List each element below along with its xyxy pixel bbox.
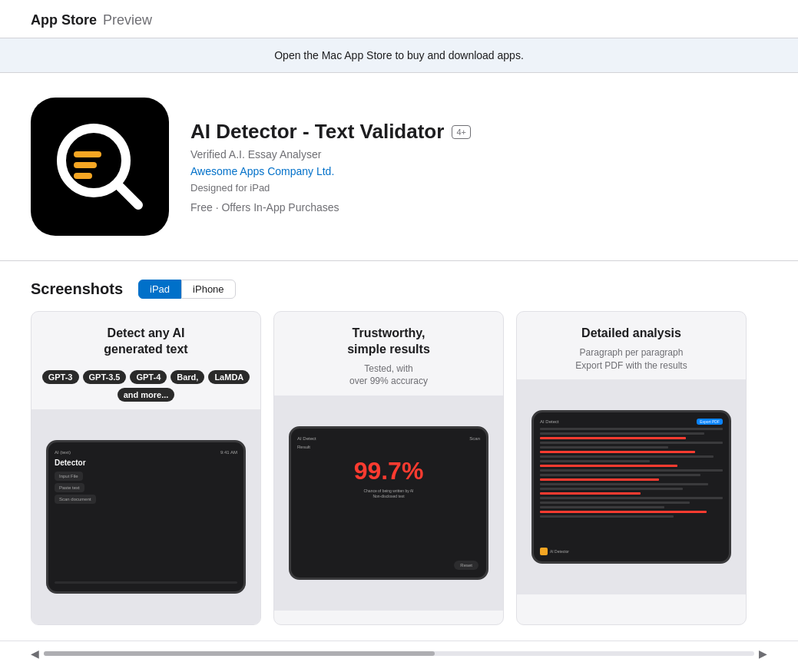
tag-gpt3: GPT-3: [42, 370, 79, 384]
screenshot-2-header: Trustworthy,simple results Tested, witho…: [274, 312, 503, 396]
app-developer-link[interactable]: Awesome Apps Company Ltd.: [190, 165, 471, 177]
screenshot-2-device: AI Detect Scan Result 99.7% Chance of be…: [274, 396, 503, 611]
screenshot-1-device: AI (text) 9:41 AM Detector Input File Pa…: [31, 409, 260, 624]
screenshot-1-title: Detect any AIgenerated text: [44, 326, 248, 358]
tag-gpt35: GPT-3.5: [83, 370, 127, 384]
app-price: Free · Offers In-App Purchases: [190, 201, 471, 214]
screenshot-3-sub: Paragraph per paragraphExport PDF with t…: [529, 346, 733, 372]
screenshot-card-1: Detect any AIgenerated text GPT-3 GPT-3.…: [31, 311, 261, 625]
tag-lamda: LaMDA: [208, 370, 250, 384]
svg-line-4: [118, 185, 138, 205]
mac-app-store-banner: Open the Mac App Store to buy and downlo…: [0, 38, 798, 73]
screenshot-1-header: Detect any AIgenerated text: [31, 312, 260, 370]
app-title-row: AI Detector - Text Validator 4+: [190, 120, 471, 144]
screenshot-1-tags: GPT-3 GPT-3.5 GPT-4 Bard, LaMDA and more…: [31, 370, 260, 409]
scrollbar-thumb: [44, 651, 435, 656]
screenshots-section: Screenshots iPad iPhone Detect any AIgen…: [0, 261, 798, 637]
scrollbar-track[interactable]: [44, 651, 754, 656]
app-title: AI Detector - Text Validator: [190, 120, 444, 144]
app-store-header: App Store Preview: [0, 0, 798, 38]
app-details: AI Detector - Text Validator 4+ Verified…: [190, 98, 471, 236]
app-subtitle: Verified A.I. Essay Analyser: [190, 148, 471, 161]
screenshot-2-title: Trustworthy,simple results: [286, 326, 491, 358]
device-tab-group: iPad iPhone: [138, 280, 236, 299]
screenshots-title: Screenshots: [31, 280, 123, 298]
tag-more: and more...: [118, 388, 175, 402]
screenshots-grid: Detect any AIgenerated text GPT-3 GPT-3.…: [31, 311, 767, 637]
tab-iphone[interactable]: iPhone: [181, 280, 235, 299]
screenshot-3-title: Detailed analysis: [529, 326, 733, 342]
svg-rect-3: [74, 173, 92, 179]
screenshot-3-header: Detailed analysis Paragraph per paragrap…: [517, 312, 746, 379]
screenshot-card-2: Trustworthy,simple results Tested, witho…: [273, 311, 504, 625]
screenshot-2-sub: Tested, withover 99% accuracy: [286, 362, 491, 389]
app-icon: [31, 98, 169, 236]
tag-gpt4: GPT-4: [130, 370, 167, 384]
screenshot-card-3: Detailed analysis Paragraph per paragrap…: [516, 311, 747, 625]
header-appstore-label: App Store: [31, 12, 97, 28]
screenshots-header: Screenshots iPad iPhone: [31, 280, 767, 299]
svg-rect-2: [74, 162, 97, 168]
scroll-right-arrow[interactable]: ▶: [759, 647, 767, 660]
svg-rect-1: [74, 151, 101, 157]
tab-ipad[interactable]: iPad: [138, 280, 181, 299]
scroll-left-arrow[interactable]: ◀: [31, 647, 39, 660]
app-platform: Designed for iPad: [190, 182, 471, 194]
header-preview-label: Preview: [103, 12, 152, 28]
age-badge: 4+: [452, 125, 471, 139]
screenshot-3-device: AI Detect Export PDF: [517, 379, 746, 594]
banner-text: Open the Mac App Store to buy and downlo…: [274, 49, 524, 61]
tag-bard: Bard,: [171, 370, 204, 384]
scrollbar-row: ◀ ▶: [0, 641, 798, 666]
app-info-section: AI Detector - Text Validator 4+ Verified…: [0, 73, 798, 261]
